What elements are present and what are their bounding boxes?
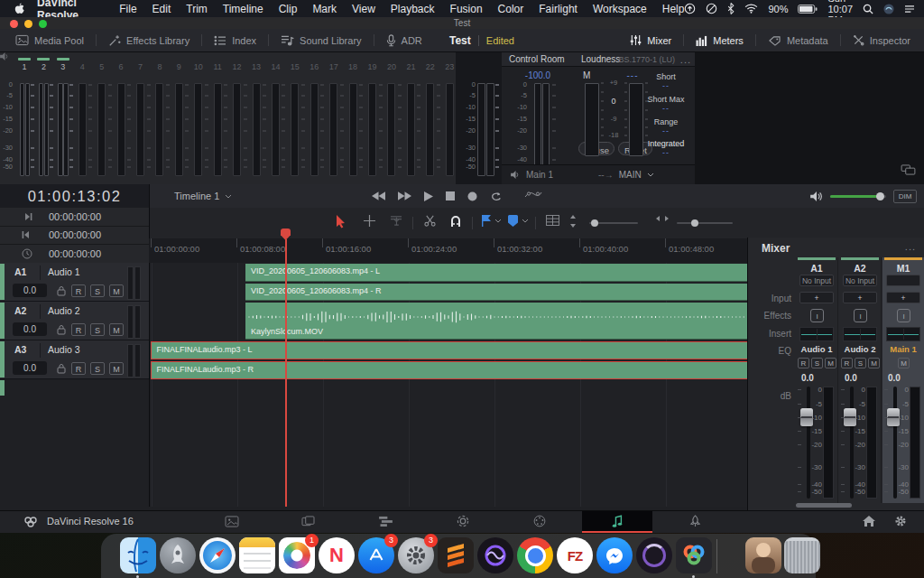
chevron-down-icon[interactable]	[494, 219, 502, 223]
zoom-horizontal-icon[interactable]	[656, 215, 669, 222]
track-s-button[interactable]: S	[90, 323, 105, 336]
volume-slider-knob[interactable]	[876, 192, 884, 200]
strip-input[interactable]: No Input	[799, 275, 834, 286]
mixer-strip-a2[interactable]: A2No Input+IAudio 2RSM0.00-5-10-15-20-30…	[839, 257, 882, 503]
track-m-button[interactable]: M	[109, 323, 124, 336]
fast-forward-button[interactable]	[398, 191, 411, 200]
mixer-menu-button[interactable]: ...	[905, 241, 916, 252]
track-r-button[interactable]: R	[71, 284, 86, 297]
page-tab-media[interactable]	[197, 511, 267, 531]
notification-center-icon[interactable]	[904, 5, 915, 14]
dock-item-safari[interactable]	[199, 537, 236, 573]
dock-item-pro-tools[interactable]	[477, 537, 513, 573]
track-header-a2[interactable]: A2Audio 20.0RSM	[0, 302, 149, 340]
track-s-button[interactable]: S	[90, 284, 105, 297]
audio-clip[interactable]: FINALFINALaudio.mp3 - L	[151, 341, 748, 359]
dock-item-notes[interactable]	[239, 537, 275, 573]
counter-row-duration[interactable]: 00:00:00:00	[0, 245, 149, 264]
toolbar-button-sound-library[interactable]: Sound Library	[269, 29, 374, 51]
record-button[interactable]	[467, 191, 477, 201]
counter-row-play-out[interactable]: 00:00:00:00	[0, 226, 149, 245]
horizontal-zoom-slider[interactable]	[677, 222, 733, 224]
do-not-disturb-icon[interactable]	[706, 3, 717, 14]
page-tab-cut[interactable]	[273, 511, 343, 531]
toolbar-button-inspector[interactable]: Inspector	[841, 29, 922, 51]
strip-m-button[interactable]: M	[868, 358, 880, 368]
menu-item-playback[interactable]: Playback	[391, 3, 435, 15]
track-m-button[interactable]: M	[109, 362, 124, 375]
strip-r-button[interactable]: R	[841, 358, 853, 368]
lock-icon[interactable]	[57, 285, 66, 296]
strip-eq-curve[interactable]	[799, 327, 834, 341]
track-name[interactable]: Audio 2	[48, 305, 80, 316]
strip-m-button[interactable]: M	[825, 358, 836, 368]
timeline-ruler[interactable]: 01:00:00:0001:00:08:0001:00:16:0001:00:2…	[149, 238, 747, 264]
chevron-down-icon[interactable]	[522, 219, 529, 223]
dock-item-audio-app[interactable]	[636, 537, 672, 573]
strip-id[interactable]: A1	[796, 263, 837, 274]
track-r-button[interactable]: R	[71, 323, 86, 336]
strip-effects-add[interactable]: +	[843, 292, 877, 303]
gear-icon[interactable]	[894, 515, 907, 527]
dock-item-messenger[interactable]	[596, 537, 633, 573]
strip-eq-curve[interactable]	[886, 327, 920, 341]
strip-effects-add[interactable]: +	[886, 292, 920, 303]
monitor-source[interactable]: Main 1	[526, 170, 553, 180]
counter-row-play-in[interactable]: 00:00:00:00	[0, 208, 149, 227]
audio-clip[interactable]: KaylynSlocum.MOV	[245, 303, 748, 340]
battery-icon[interactable]	[798, 5, 818, 14]
track-name[interactable]: Audio 1	[48, 266, 80, 277]
toolbar-button-adr[interactable]: ADR	[374, 29, 434, 51]
apple-menu-icon[interactable]	[14, 3, 24, 14]
trim-edit-tool-icon[interactable]	[390, 215, 402, 227]
toolbar-button-index[interactable]: Index	[202, 29, 268, 51]
strip-input[interactable]	[886, 275, 920, 286]
strip-insert[interactable]: I	[810, 309, 824, 322]
page-tab-edit[interactable]	[350, 511, 420, 531]
menu-item-fusion[interactable]: Fusion	[450, 3, 483, 15]
strip-db-value[interactable]: 0.0	[845, 373, 857, 383]
page-tab-fusion[interactable]	[428, 511, 498, 531]
menu-item-fairlight[interactable]: Fairlight	[539, 3, 578, 15]
audio-clip[interactable]: VID_20200605_120606083.mp4 - R	[245, 284, 748, 301]
menu-item-mark[interactable]: Mark	[312, 3, 337, 15]
timeline-selector[interactable]: Timeline 1	[174, 184, 232, 208]
page-tab-color[interactable]	[504, 511, 575, 531]
dock-item-filezilla[interactable]: FZ	[557, 537, 593, 573]
lock-icon[interactable]	[57, 324, 66, 335]
siri-icon[interactable]	[883, 4, 894, 14]
timeline-lanes[interactable]: VID_20200605_120606083.mp4 - LVID_202006…	[149, 263, 748, 507]
strip-m-button[interactable]: M	[898, 358, 910, 368]
track-r-button[interactable]: R	[71, 362, 86, 375]
volume-slider[interactable]	[830, 195, 886, 198]
audio-clip[interactable]: VID_20200605_120606083.mp4 - L	[245, 264, 748, 282]
loudness-menu-button[interactable]: ...	[680, 54, 691, 65]
toolbar-button-mixer[interactable]: Mixer	[618, 29, 683, 51]
strip-r-button[interactable]: R	[798, 358, 809, 368]
track-gain[interactable]: 0.0	[13, 322, 47, 336]
speaker-icon[interactable]	[511, 171, 521, 179]
menu-item-help[interactable]: Help	[662, 3, 685, 15]
menu-item-view[interactable]: View	[352, 3, 375, 15]
page-tab-deliver[interactable]	[660, 511, 730, 531]
play-button[interactable]	[424, 191, 433, 201]
dock-item-launchpad[interactable]	[160, 537, 196, 573]
toolbar-button-meters[interactable]: Meters	[684, 29, 755, 51]
dock-item-sublime-text[interactable]	[438, 537, 474, 573]
speaker-icon[interactable]	[810, 191, 823, 201]
menu-item-clip[interactable]: Clip	[279, 3, 298, 15]
menu-item-timeline[interactable]: Timeline	[223, 3, 263, 15]
backup-status-icon[interactable]	[684, 3, 696, 14]
loop-button[interactable]	[490, 191, 502, 201]
dock-item-chrome[interactable]	[517, 537, 553, 573]
monitor-destination[interactable]: MAIN	[619, 170, 642, 180]
automation-icon[interactable]	[523, 189, 543, 200]
menu-item-color[interactable]: Color	[498, 3, 524, 15]
track-gain[interactable]: 0.0	[13, 361, 47, 375]
strip-s-button[interactable]: S	[811, 358, 823, 368]
toolbar-button-metadata[interactable]: Metadata	[756, 29, 840, 51]
menu-item-file[interactable]: File	[119, 3, 136, 15]
strip-s-button[interactable]: S	[855, 358, 866, 368]
home-icon[interactable]	[863, 516, 875, 527]
strip-effects-add[interactable]: +	[799, 292, 834, 303]
